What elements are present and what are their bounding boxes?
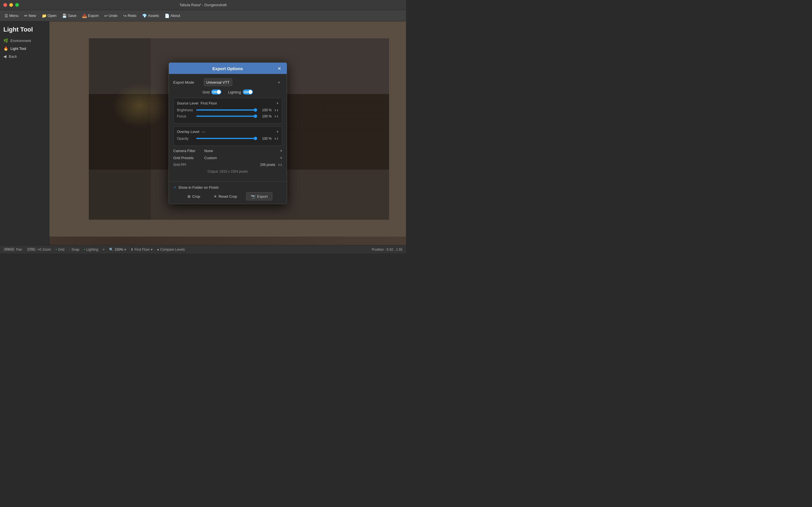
floor-status[interactable]: ⬆ First Floor ▾ [131,247,153,251]
lighting-toggle[interactable]: ON [243,90,253,95]
source-level-arrow[interactable]: ▾ [276,101,278,105]
grid-presets-row[interactable]: Grid Presets Custom ▾ [173,156,282,160]
grid-presets-label: Grid Presets [173,156,204,160]
dialog-close-button[interactable]: ✕ [276,66,282,71]
overlay-level-arrow[interactable]: ▾ [276,129,278,134]
brightness-track[interactable] [196,110,255,111]
export-mode-row: Export Mode Universal VTT PNG JPEG PDF F… [173,78,282,86]
sidebar-title: Light Tool [0,24,49,37]
export-button[interactable]: 📤 Export [80,12,101,19]
window-controls [3,3,19,7]
reset-crop-button[interactable]: ✕ Reset Crop [209,193,242,200]
reset-crop-label: Reset Crop [218,194,237,199]
sidebar-item-light-tool[interactable]: 🔥 Light Tool [0,45,49,52]
new-button[interactable]: ✏ New [22,12,38,19]
undo-button[interactable]: ↩ Undo [102,12,120,19]
plus-icon-item: + [103,247,105,251]
snap-status-label: Snap [71,247,79,251]
spacebar-hint: SPACE [3,247,15,251]
new-icon: ✏ [24,13,28,18]
opacity-track[interactable] [196,138,255,139]
focus-stepper[interactable]: ⬆⬇ [274,115,278,118]
maximize-button[interactable] [15,3,19,7]
position-label: Position : 6.92 , 1.91 [372,247,403,251]
close-button[interactable] [3,3,7,7]
dialog-header: Export Options ✕ [169,63,287,74]
about-icon: 📄 [165,13,169,18]
open-label: Open [48,13,57,18]
open-icon: 📁 [42,13,47,18]
camera-filter-row[interactable]: Camera Filter None ▾ [173,149,282,153]
zoom-label: Zoom [42,247,51,251]
camera-filter-value: None [204,149,280,153]
map-border-right [389,21,406,237]
sidebar-item-environment[interactable]: 🌿 Environment [0,37,49,45]
undo-icon: ↩ [104,13,108,18]
overlay-level-value: --- [202,129,205,134]
lighting-status[interactable]: ● Lighting [84,247,98,251]
grid-presets-arrow[interactable]: ▾ [280,156,282,160]
map-border-top [49,21,406,38]
minimize-button[interactable] [9,3,13,7]
zoom-item: CTRL +0 Zoom [27,247,51,251]
redo-button[interactable]: ↪ Redo [121,12,139,19]
dialog-title: Export Options [179,66,276,71]
plus-hint: +0 [38,247,42,251]
export-label: Export [88,13,99,18]
opacity-stepper[interactable]: ⬆⬇ [274,137,278,140]
about-button[interactable]: 📄 About [162,12,183,19]
floor-dropdown[interactable]: ▾ [151,247,153,251]
back-icon: ◀ [3,54,6,59]
grid-ppi-label: Grid PPI [173,163,190,167]
assets-button[interactable]: 💎 Assets [140,12,161,19]
open-button[interactable]: 📁 Open [40,12,59,19]
statusbar: SPACE Pan CTRL +0 Zoom ● Grid ○ Snap ● L… [0,245,406,253]
crop-button[interactable]: ⊞ Crop [183,193,205,200]
grid-status[interactable]: ● Grid [56,247,64,251]
opacity-fill [196,138,255,139]
ctrl-hint: CTRL [27,247,36,251]
crop-label: Crop [192,194,200,199]
opacity-thumb[interactable] [254,137,257,140]
toggle-row: Grid ON Lighting ON [173,90,282,95]
undo-label: Undo [109,13,117,18]
lighting-toggle-item: Lighting ON [228,90,253,95]
snap-dot: ○ [69,248,70,251]
zoom-control[interactable]: 🔍 150% ▾ [109,247,126,251]
grid-toggle[interactable]: ON [211,90,221,95]
camera-filter-label: Camera Filter [173,149,204,153]
sidebar: Light Tool 🌿 Environment 🔥 Light Tool ◀ … [0,21,49,245]
sidebar-item-back[interactable]: ◀ Back [0,52,49,60]
select-arrow-icon: ▾ [278,80,280,84]
brightness-label: Brightness [177,108,194,112]
grid-ppi-stepper[interactable]: ⬆⬇ [278,163,282,166]
zoom-decrease-icon[interactable]: 🔍 [109,247,113,251]
dialog-footer: ✓ Show in Folder on Finish ⊞ Crop ✕ Rese… [169,181,287,204]
brightness-stepper[interactable]: ⬆⬇ [274,108,278,112]
export-action-icon: 📷 [251,194,255,199]
source-level-section: Source Level First Floor ▾ Brightness 10… [173,98,282,124]
menu-label: Menu [9,13,18,18]
brightness-thumb[interactable] [254,108,257,112]
export-action-label: Export [257,194,268,199]
compare-status[interactable]: ● Compare Levels [157,247,185,251]
save-button[interactable]: 💾 Save [60,12,79,19]
assets-label: Assets [148,13,159,18]
export-action-button[interactable]: 📷 Export [246,192,273,201]
grid-toggle-state: ON [212,91,216,94]
sidebar-item-label: Environment [10,39,31,43]
menu-icon: ☰ [4,13,8,18]
zoom-dropdown-icon[interactable]: ▾ [124,247,126,251]
snap-status[interactable]: ○ Snap [69,247,80,251]
room-left [89,38,151,220]
about-label: About [170,13,180,18]
grid-toggle-label: Grid [202,90,209,94]
focus-thumb[interactable] [254,115,257,118]
export-mode-select[interactable]: Universal VTT PNG JPEG PDF Foundry VTT [204,78,232,86]
grid-status-label: Grid [58,247,64,251]
focus-track[interactable] [196,116,255,117]
camera-filter-arrow[interactable]: ▾ [280,149,282,153]
canvas-area[interactable]: Export Options ✕ Export Mode Universal V… [49,21,406,245]
checkbox-checked-icon[interactable]: ✓ [173,185,177,189]
menu-button[interactable]: ☰ Menu [2,12,21,19]
